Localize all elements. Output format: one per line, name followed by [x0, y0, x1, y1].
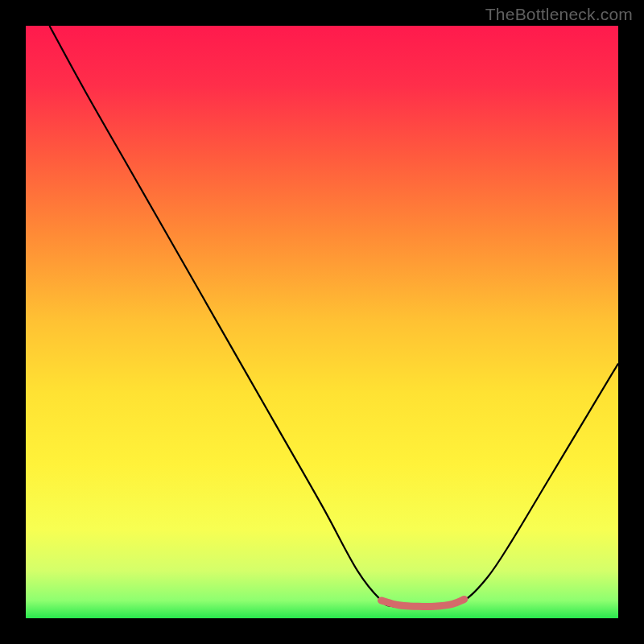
chart-stage: TheBottleneck.com	[0, 0, 644, 644]
watermark-text: TheBottleneck.com	[485, 5, 633, 24]
plot-gradient-background	[26, 26, 618, 618]
bottleneck-chart	[0, 0, 644, 644]
